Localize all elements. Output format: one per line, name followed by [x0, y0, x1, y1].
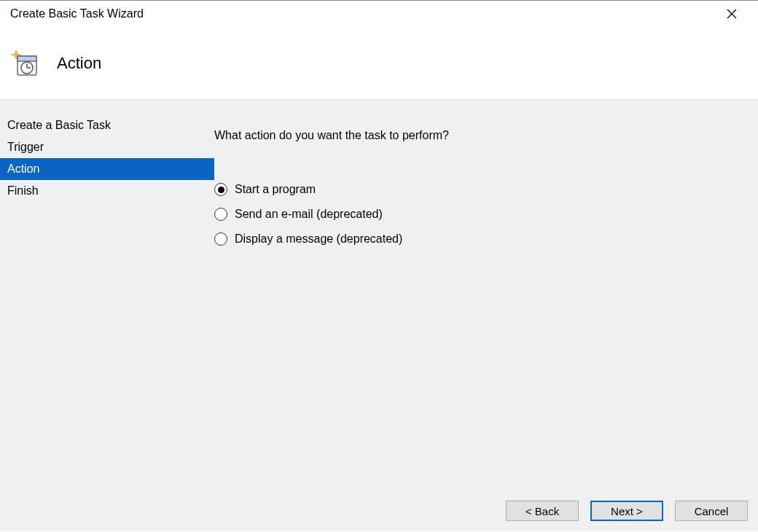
titlebar: Create Basic Task Wizard — [0, 1, 758, 27]
sidebar-item-label: Action — [7, 163, 39, 175]
sidebar-item-trigger[interactable]: Trigger — [0, 136, 214, 158]
header-band: Action — [0, 27, 758, 100]
sidebar-item-create-basic-task[interactable]: Create a Basic Task — [0, 114, 214, 136]
radio-label: Send an e-mail (deprecated) — [235, 208, 383, 221]
sidebar-item-label: Create a Basic Task — [7, 119, 111, 131]
radio-label: Display a message (deprecated) — [235, 232, 402, 246]
close-button[interactable] — [716, 4, 748, 24]
close-icon — [727, 9, 737, 19]
window-title: Create Basic Task Wizard — [10, 7, 144, 20]
sidebar-item-finish[interactable]: Finish — [0, 180, 214, 202]
cancel-button[interactable]: Cancel — [675, 501, 748, 521]
sidebar-item-action[interactable]: Action — [0, 158, 214, 180]
radio-icon — [214, 183, 227, 196]
radio-icon — [214, 232, 227, 246]
action-prompt: What action do you want the task to perf… — [214, 129, 736, 142]
action-radio-group: Start a program Send an e-mail (deprecat… — [214, 183, 736, 246]
next-button[interactable]: Next > — [590, 501, 663, 521]
page-title: Action — [57, 54, 101, 73]
radio-icon — [214, 208, 227, 221]
wizard-steps-sidebar: Create a Basic Task Trigger Action Finis… — [0, 100, 214, 490]
radio-start-program[interactable]: Start a program — [214, 183, 736, 196]
radio-display-message[interactable]: Display a message (deprecated) — [214, 232, 736, 246]
radio-label: Start a program — [235, 183, 316, 196]
sidebar-item-label: Trigger — [7, 141, 44, 153]
wizard-footer: < Back Next > Cancel — [0, 490, 758, 531]
main-panel: What action do you want the task to perf… — [214, 100, 758, 490]
sidebar-item-label: Finish — [7, 184, 39, 197]
back-button[interactable]: < Back — [506, 501, 579, 521]
task-scheduler-icon — [10, 49, 39, 78]
radio-send-email[interactable]: Send an e-mail (deprecated) — [214, 208, 736, 221]
svg-rect-4 — [17, 56, 36, 61]
content-area: Create a Basic Task Trigger Action Finis… — [0, 100, 758, 490]
